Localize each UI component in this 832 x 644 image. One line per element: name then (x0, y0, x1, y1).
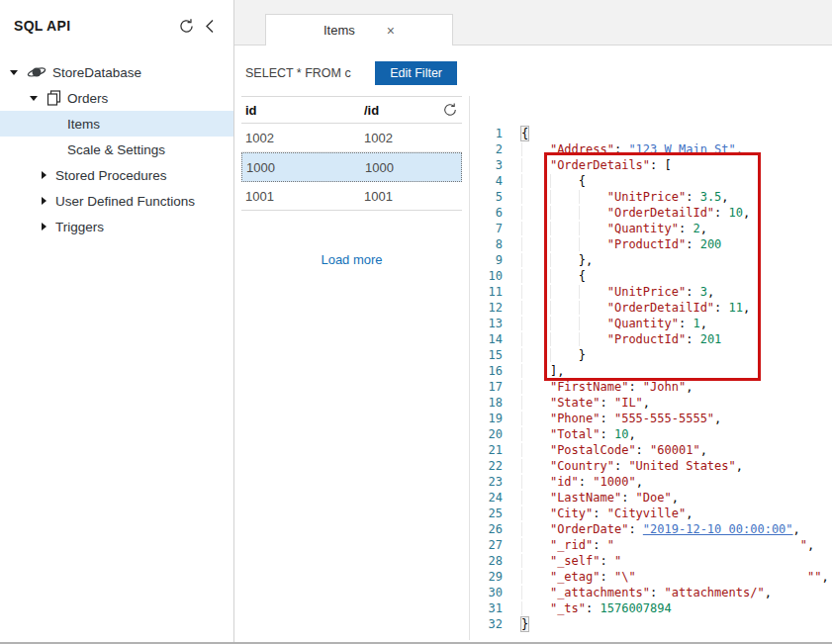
tree-node-database[interactable]: StoreDatabase (0, 59, 233, 85)
line-number: 19 (470, 411, 515, 426)
collapse-panel-icon[interactable] (198, 16, 222, 36)
line-number: 10 (470, 268, 515, 284)
query-bar: SELECT * FROM c Edit Filter (234, 46, 469, 85)
sidebar-item-scale-settings[interactable]: Scale & Settings (0, 137, 233, 162)
edit-filter-button[interactable]: Edit Filter (375, 61, 457, 85)
editor-line[interactable]: 29 "_etag": "\" "", (470, 569, 832, 585)
line-number: 6 (470, 205, 515, 221)
resource-tree: StoreDatabase Orders Items Scale & Setti… (0, 59, 233, 239)
editor-line[interactable]: 20 "Total": 10, (470, 426, 832, 442)
document-id: 1000 (242, 160, 365, 175)
collection-label: Orders (67, 91, 108, 106)
editor-line[interactable]: 11 "UnitPrice": 3, (470, 284, 832, 300)
editor-line[interactable]: 9 }, (470, 252, 832, 268)
json-editor-lines: 1{2 "Address": "123 W Main St",3 "OrderD… (470, 46, 832, 632)
panel-divider[interactable] (469, 96, 470, 640)
line-number: 13 (470, 316, 515, 331)
collection-icon (46, 90, 61, 106)
sidebar-item-label: User Defined Functions (55, 194, 195, 209)
editor-line[interactable]: 6 "OrderDetailId": 10, (470, 205, 832, 221)
document-row-selected[interactable]: 1000 1000 (241, 152, 462, 182)
code-text: "FirstName": "John", (515, 379, 693, 395)
line-number: 8 (470, 236, 515, 252)
line-number: 17 (470, 379, 515, 395)
editor-line[interactable]: 14 "ProductId": 201 (470, 331, 832, 347)
editor-line[interactable]: 13 "Quantity": 1, (470, 316, 832, 331)
editor-line[interactable]: 32} (470, 616, 832, 632)
editor-line[interactable]: 23 "id": "1000", (470, 474, 832, 490)
caret-right-icon[interactable] (42, 197, 46, 205)
line-number: 31 (470, 600, 515, 616)
refresh-documents-icon[interactable] (442, 102, 462, 118)
editor-line[interactable]: 31 "_ts": 1576007894 (470, 600, 832, 616)
tab-bar: Items × (234, 0, 832, 46)
line-number: 24 (470, 490, 515, 506)
caret-down-icon[interactable] (10, 70, 18, 75)
code-text: "OrderDetailId": 10, (515, 205, 750, 221)
refresh-icon[interactable] (174, 16, 198, 36)
line-number: 16 (470, 363, 515, 379)
editor-line[interactable]: 10 { (470, 268, 832, 284)
code-text: "_rid": " ", (515, 537, 814, 553)
document-partition-id: 1001 (364, 189, 462, 204)
editor-line[interactable]: 3 "OrderDetails": [ (470, 157, 832, 173)
code-text: "_etag": "\" "", (515, 569, 829, 585)
sidebar-item-items[interactable]: Items (0, 111, 233, 137)
code-text: { (515, 126, 528, 141)
editor-line[interactable]: 2 "Address": "123 W Main St", (470, 141, 832, 157)
sidebar-item-label: Scale & Settings (67, 142, 165, 157)
editor-line[interactable]: 8 "ProductId": 200 (470, 236, 832, 252)
code-text: { (515, 173, 586, 189)
editor-line[interactable]: 28 "_self": " (470, 553, 832, 569)
code-text: { (515, 268, 586, 284)
caret-down-icon[interactable] (30, 96, 38, 101)
editor-line[interactable]: 26 "OrderDate": "2019-12-10 00:00:00", (470, 521, 832, 537)
editor-line[interactable]: 16 ], (470, 363, 832, 379)
editor-line[interactable]: 22 "Country": "United States", (470, 458, 832, 474)
editor-line[interactable]: 5 "UnitPrice": 3.5, (470, 189, 832, 205)
line-number: 15 (470, 347, 515, 363)
code-text: "ProductId": 200 (515, 236, 721, 252)
sidebar-header: SQL API (0, 0, 233, 36)
editor-line[interactable]: 21 "PostalCode": "60001", (470, 442, 832, 458)
line-number: 21 (470, 442, 515, 458)
api-title: SQL API (14, 18, 174, 34)
editor-line[interactable]: 4 { (470, 173, 832, 189)
editor-line[interactable]: 18 "State": "IL", (470, 395, 832, 411)
code-text: "_attachments": "attachments/", (515, 585, 772, 600)
code-text: "id": "1000", (515, 474, 643, 490)
json-editor[interactable]: 1{2 "Address": "123 W Main St",3 "OrderD… (470, 46, 832, 640)
document-row[interactable]: 1002 1002 (241, 124, 462, 152)
code-text: "Quantity": 1, (515, 316, 707, 331)
sidebar-item-user-defined-functions[interactable]: User Defined Functions (0, 188, 233, 214)
editor-line[interactable]: 1{ (470, 126, 832, 141)
editor-line[interactable]: 15 } (470, 347, 832, 363)
document-row[interactable]: 1001 1001 (241, 182, 462, 211)
load-more-link[interactable]: Load more (234, 252, 469, 267)
column-header-partition-id: /id (364, 103, 442, 118)
caret-right-icon[interactable] (42, 223, 46, 230)
caret-right-icon[interactable] (42, 171, 46, 179)
line-number: 1 (470, 126, 515, 141)
line-number: 23 (470, 474, 515, 490)
editor-line[interactable]: 27 "_rid": " ", (470, 537, 832, 553)
editor-line[interactable]: 7 "Quantity": 2, (470, 221, 832, 236)
data-explorer-window: SQL API (0, 0, 832, 644)
editor-line[interactable]: 30 "_attachments": "attachments/", (470, 585, 832, 600)
line-number: 3 (470, 157, 515, 173)
tree-node-collection[interactable]: Orders (0, 85, 233, 111)
sidebar-item-triggers[interactable]: Triggers (0, 214, 233, 239)
editor-line[interactable]: 19 "Phone": "555-555-5555", (470, 411, 832, 426)
editor-line[interactable]: 24 "LastName": "Doe", (470, 490, 832, 506)
document-id: 1001 (241, 189, 364, 204)
editor-line[interactable]: 25 "City": "Cityville", (470, 506, 832, 521)
sidebar-item-stored-procedures[interactable]: Stored Procedures (0, 162, 233, 188)
tab-items[interactable]: Items × (265, 14, 453, 46)
code-text: }, (515, 252, 593, 268)
editor-line[interactable]: 12 "OrderDetailId": 11, (470, 300, 832, 316)
code-text: "State": "IL", (515, 395, 650, 411)
close-tab-icon[interactable]: × (387, 24, 395, 38)
editor-line[interactable]: 17 "FirstName": "John", (470, 379, 832, 395)
code-text: ], (515, 363, 564, 379)
line-number: 11 (470, 284, 515, 300)
